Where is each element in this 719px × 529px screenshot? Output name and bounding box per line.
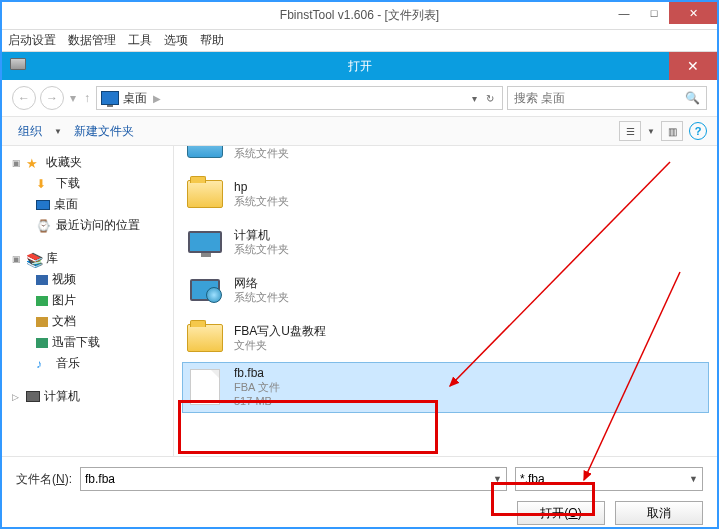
toolbar: 组织 ▼ 新建文件夹 ☰ ▼ ▥ ? (2, 116, 717, 146)
organize-button[interactable]: 组织 (12, 121, 48, 142)
recent-icon: ⌚ (36, 219, 52, 233)
tree-favorites[interactable]: ▣ ★ 收藏夹 (6, 152, 169, 173)
tree-pictures[interactable]: 图片 (6, 290, 169, 311)
address-bar[interactable]: 桌面 ▶ ▾ ↻ (96, 86, 503, 110)
preview-pane-button[interactable]: ▥ (661, 121, 683, 141)
app-title: FbinstTool v1.606 - [文件列表] (280, 7, 439, 24)
tree-label: 库 (46, 250, 58, 267)
computer-icon (188, 231, 222, 253)
item-size: 517 MB (234, 395, 280, 409)
collapse-icon[interactable]: ▣ (12, 254, 22, 264)
list-item[interactable]: hp系统文件夹 (182, 170, 709, 218)
download-icon: ⬇ (36, 177, 52, 191)
refresh-icon[interactable]: ↻ (482, 93, 498, 104)
menu-help[interactable]: 帮助 (200, 32, 224, 49)
menu-options[interactable]: 选项 (164, 32, 188, 49)
menu-data[interactable]: 数据管理 (68, 32, 116, 49)
tree-label: 音乐 (56, 355, 80, 372)
open-button[interactable]: 打开(O) (517, 501, 605, 525)
filename-row: 文件名(N): fb.fba ▼ *.fba ▼ (16, 467, 703, 491)
search-icon[interactable]: 🔍 (685, 91, 700, 105)
xunlei-icon (36, 338, 48, 348)
app-titlebar: FbinstTool v1.606 - [文件列表] — □ ✕ (2, 2, 717, 30)
filetype-filter[interactable]: *.fba ▼ (515, 467, 703, 491)
item-subtext: 系统文件夹 (234, 243, 289, 257)
menu-tools[interactable]: 工具 (128, 32, 152, 49)
tree-label: 图片 (52, 292, 76, 309)
library-icon: 📚 (26, 252, 42, 266)
tree-label: 最近访问的位置 (56, 217, 140, 234)
tree-music[interactable]: ♪音乐 (6, 353, 169, 374)
window-buttons: — □ ✕ (609, 2, 717, 24)
up-button[interactable]: ↑ (82, 91, 92, 105)
main-area: ▣ ★ 收藏夹 ⬇下载 桌面 ⌚最近访问的位置 ▣ 📚 库 视频 图片 文档 迅… (2, 146, 717, 456)
chevron-down-icon[interactable]: ▼ (493, 474, 502, 484)
cancel-button[interactable]: 取消 (615, 501, 703, 525)
list-item[interactable]: 系统文件夹 (182, 146, 709, 170)
document-icon (36, 317, 48, 327)
network-icon (190, 279, 220, 301)
address-dropdown-icon[interactable]: ▾ (466, 93, 482, 104)
item-name: hp (234, 180, 289, 195)
tree-label: 计算机 (44, 388, 80, 405)
drive-icon (10, 58, 26, 70)
chevron-down-icon[interactable]: ▼ (689, 474, 698, 484)
desktop-icon (36, 200, 50, 210)
search-input[interactable] (514, 91, 681, 105)
dialog-close-button[interactable]: ✕ (669, 52, 717, 80)
menubar: 启动设置 数据管理 工具 选项 帮助 (2, 30, 717, 52)
list-item-selected[interactable]: fb.fba FBA 文件 517 MB (182, 362, 709, 413)
search-box[interactable]: 🔍 (507, 86, 707, 110)
dialog-bottom: 文件名(N): fb.fba ▼ *.fba ▼ 打开(O) 取消 (2, 456, 717, 529)
dialog-title: 打开 (348, 58, 372, 75)
video-icon (36, 275, 48, 285)
list-item[interactable]: 计算机系统文件夹 (182, 218, 709, 266)
close-button[interactable]: ✕ (669, 2, 717, 24)
computer-icon (26, 391, 40, 402)
item-name: 网络 (234, 276, 289, 291)
view-mode-button[interactable]: ☰ (619, 121, 641, 141)
item-subtext: 文件夹 (234, 339, 326, 353)
menu-boot[interactable]: 启动设置 (8, 32, 56, 49)
nav-tree[interactable]: ▣ ★ 收藏夹 ⬇下载 桌面 ⌚最近访问的位置 ▣ 📚 库 视频 图片 文档 迅… (2, 146, 174, 456)
folder-icon (187, 324, 223, 352)
maximize-button[interactable]: □ (639, 2, 669, 24)
chevron-right-icon[interactable]: ▶ (151, 93, 163, 104)
history-dropdown-icon[interactable]: ▾ (68, 91, 78, 105)
dialog-titlebar: 打开 ✕ (2, 52, 717, 80)
item-name: fb.fba (234, 366, 280, 381)
forward-button[interactable]: → (40, 86, 64, 110)
tree-documents[interactable]: 文档 (6, 311, 169, 332)
tree-libraries[interactable]: ▣ 📚 库 (6, 248, 169, 269)
button-row: 打开(O) 取消 (16, 501, 703, 525)
tree-xunlei[interactable]: 迅雷下载 (6, 332, 169, 353)
list-item[interactable]: 网络系统文件夹 (182, 266, 709, 314)
minimize-button[interactable]: — (609, 2, 639, 24)
help-icon[interactable]: ? (689, 122, 707, 140)
breadcrumb-location[interactable]: 桌面 (123, 90, 147, 107)
back-button[interactable]: ← (12, 86, 36, 110)
tree-recent[interactable]: ⌚最近访问的位置 (6, 215, 169, 236)
expand-icon[interactable]: ▷ (12, 392, 22, 402)
tree-downloads[interactable]: ⬇下载 (6, 173, 169, 194)
file-list[interactable]: 系统文件夹 hp系统文件夹 计算机系统文件夹 网络系统文件夹 FBA写入U盘教程… (174, 146, 717, 456)
nav-row: ← → ▾ ↑ 桌面 ▶ ▾ ↻ 🔍 (2, 80, 717, 116)
picture-icon (36, 296, 48, 306)
tree-computer[interactable]: ▷ 计算机 (6, 386, 169, 407)
collapse-icon[interactable]: ▣ (12, 158, 22, 168)
desktop-icon (101, 91, 119, 105)
folder-icon (187, 180, 223, 208)
tree-videos[interactable]: 视频 (6, 269, 169, 290)
tree-label: 收藏夹 (46, 154, 82, 171)
list-item[interactable]: FBA写入U盘教程文件夹 (182, 314, 709, 362)
tree-desktop[interactable]: 桌面 (6, 194, 169, 215)
new-folder-button[interactable]: 新建文件夹 (68, 121, 140, 142)
address-controls: ▾ ↻ (466, 93, 498, 104)
view-dropdown-icon[interactable]: ▼ (647, 127, 655, 136)
filename-input[interactable]: fb.fba ▼ (80, 467, 507, 491)
tree-label: 视频 (52, 271, 76, 288)
item-subtext: 系统文件夹 (234, 291, 289, 305)
tree-label: 桌面 (54, 196, 78, 213)
organize-dropdown-icon[interactable]: ▼ (54, 127, 62, 136)
item-name: 计算机 (234, 228, 289, 243)
